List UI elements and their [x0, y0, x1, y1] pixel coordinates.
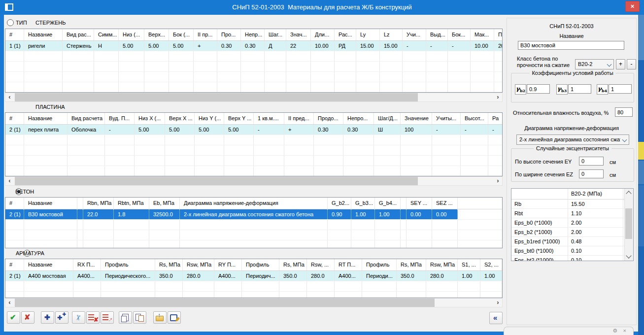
humidity-input[interactable] — [615, 107, 633, 117]
column-header[interactable]: Пр — [494, 29, 503, 40]
column-header[interactable]: Знач... — [286, 29, 311, 40]
column-header[interactable]: Lz — [380, 29, 403, 40]
scroll-left-icon[interactable] — [5, 93, 14, 101]
radio-tip[interactable] — [7, 19, 14, 26]
gamma-b2-input[interactable] — [527, 84, 550, 94]
table-plastina[interactable]: #НазваниеВид расчетаВуд. П...Низ X (...В… — [5, 112, 503, 176]
column-header[interactable] — [401, 198, 407, 209]
import-button[interactable] — [153, 311, 167, 324]
column-header[interactable]: Непро... — [343, 113, 374, 124]
ecc-ey-input[interactable] — [579, 157, 604, 166]
scroll-left-icon[interactable] — [5, 299, 14, 307]
props-row[interactable]: Rbt1.10 — [511, 209, 633, 218]
column-header[interactable]: II пред... — [284, 113, 314, 124]
gear-icon[interactable]: ⚙ — [612, 328, 617, 334]
scroll-right-icon[interactable] — [494, 93, 502, 101]
column-header[interactable]: Мак... — [471, 29, 494, 40]
column-header[interactable]: Название — [24, 113, 68, 124]
column-header[interactable]: Вуд. П... — [105, 113, 135, 124]
paste-button[interactable] — [133, 311, 146, 324]
column-header[interactable]: Симм... — [94, 29, 119, 40]
column-header[interactable]: 1 кв.м.... — [254, 113, 284, 124]
column-header[interactable]: Rsw, ... — [307, 259, 335, 270]
props-row[interactable]: Eps_bt0 (*1000)0.10 — [511, 246, 633, 256]
column-header[interactable]: Низ Y (... — [195, 113, 224, 124]
delete-rows-button[interactable] — [86, 311, 100, 324]
apply-button[interactable] — [7, 311, 20, 324]
column-header[interactable]: Верх... — [144, 29, 169, 40]
column-header[interactable]: Низ (... — [119, 29, 144, 40]
column-header[interactable]: Ра — [488, 113, 503, 124]
table-row[interactable]: 2 (1)В30 мостовой22.01.832500.02-х линей… — [5, 209, 502, 220]
add-row-button[interactable] — [41, 311, 54, 324]
column-header[interactable]: Диаграмма напряжение-деформация — [180, 198, 328, 209]
column-header[interactable]: RT П... — [335, 259, 362, 270]
column-header[interactable]: Шаг/Д... — [374, 113, 401, 124]
column-header[interactable]: Rbn, МПа — [83, 198, 114, 209]
table-row[interactable]: 2 (1)перех плитаОболочка-5.005.005.005.0… — [5, 125, 503, 135]
column-header[interactable]: SEY ... — [407, 198, 432, 209]
column-header[interactable]: # — [5, 29, 24, 40]
scroll-right-icon[interactable] — [494, 177, 502, 185]
column-header[interactable]: Учи... — [403, 29, 426, 40]
concrete-class-select[interactable]: В20-2 — [575, 59, 614, 69]
name-input[interactable] — [518, 41, 624, 50]
column-header[interactable]: Название — [24, 259, 73, 270]
column-header[interactable]: Rsw, МПа — [183, 259, 214, 270]
column-header[interactable]: Название — [24, 198, 77, 209]
column-header[interactable]: Продо... — [314, 113, 343, 124]
column-header[interactable]: RY П... — [214, 259, 242, 270]
scroll-thumb[interactable] — [625, 208, 632, 239]
column-header[interactable]: Про... — [217, 29, 241, 40]
move-rows-button[interactable] — [101, 311, 114, 324]
column-header[interactable]: # — [5, 198, 24, 209]
props-row[interactable]: Eps_b1red (*1000)0.48 — [511, 237, 633, 246]
column-header[interactable]: Вид рас... — [63, 29, 94, 40]
column-header[interactable]: Шаг... — [265, 29, 286, 40]
column-header[interactable]: S1, ... — [458, 259, 480, 270]
column-header[interactable]: Rsw, МПа — [426, 259, 458, 270]
column-header[interactable]: Непр... — [241, 29, 265, 40]
h-scrollbar-armatura[interactable] — [5, 298, 503, 307]
column-header[interactable]: Профиль — [242, 259, 279, 270]
scroll-down-icon[interactable] — [626, 253, 631, 258]
column-header[interactable]: Rbtn, МПа — [114, 198, 149, 209]
scroll-thumb[interactable] — [15, 93, 418, 101]
column-header[interactable]: Название — [24, 29, 63, 40]
table-beton[interactable]: #НазваниеRbn, МПаRbtn, МПаEb, МПаДиаграм… — [5, 197, 503, 248]
titlebar[interactable]: СНиП 52-01-2003 Материалы для расчета Ж/… — [0, 0, 644, 15]
props-row[interactable]: Eps_bt2 (*1000)0.10 — [511, 256, 633, 261]
column-header[interactable]: G_b2... — [328, 198, 351, 209]
props-row[interactable]: Rb15.50 — [511, 200, 633, 209]
class-minus-button[interactable]: - — [627, 59, 636, 69]
column-header[interactable]: Eb, МПа — [149, 198, 180, 209]
column-header[interactable]: Профиль — [362, 259, 397, 270]
add-multiple-button[interactable] — [55, 311, 68, 324]
collapse-panel-button[interactable] — [489, 312, 503, 324]
cut-button[interactable] — [72, 311, 85, 324]
column-header[interactable]: G_b3... — [351, 198, 375, 209]
column-header[interactable]: Дли... — [311, 29, 335, 40]
column-header[interactable]: Профиль — [101, 259, 155, 270]
column-header[interactable]: Rs, МПа — [279, 259, 307, 270]
ecc-ez-input[interactable] — [579, 169, 604, 178]
column-header[interactable]: Рас... — [335, 29, 356, 40]
scroll-up-icon[interactable] — [626, 191, 631, 196]
h-scrollbar-sterzhen[interactable] — [5, 93, 503, 102]
scroll-left-icon[interactable] — [5, 177, 14, 185]
column-header[interactable]: Значение — [401, 113, 432, 124]
close-icon[interactable]: × — [623, 328, 626, 334]
column-header[interactable]: Бок... — [448, 29, 471, 40]
props-row[interactable]: Eps_b2 (*1000)2.00 — [511, 228, 633, 237]
column-header[interactable]: G_b4... — [375, 198, 401, 209]
gamma-b3-input[interactable] — [568, 84, 591, 94]
column-header[interactable]: Низ X (... — [135, 113, 165, 124]
column-header[interactable]: Rs, МПа — [397, 259, 426, 270]
column-header[interactable]: Вид расчета — [68, 113, 105, 124]
column-header[interactable]: Выд... — [426, 29, 448, 40]
table-armatura[interactable]: #НазваниеRX П...ПрофильRs, МПаRsw, МПаRY… — [5, 259, 503, 298]
table-sterzhen[interactable]: #НазваниеВид рас...Симм...Низ (...Верх..… — [5, 29, 503, 93]
scroll-thumb[interactable] — [15, 177, 418, 185]
column-header[interactable]: Верх X ... — [165, 113, 195, 124]
class-plus-button[interactable]: + — [616, 59, 625, 69]
